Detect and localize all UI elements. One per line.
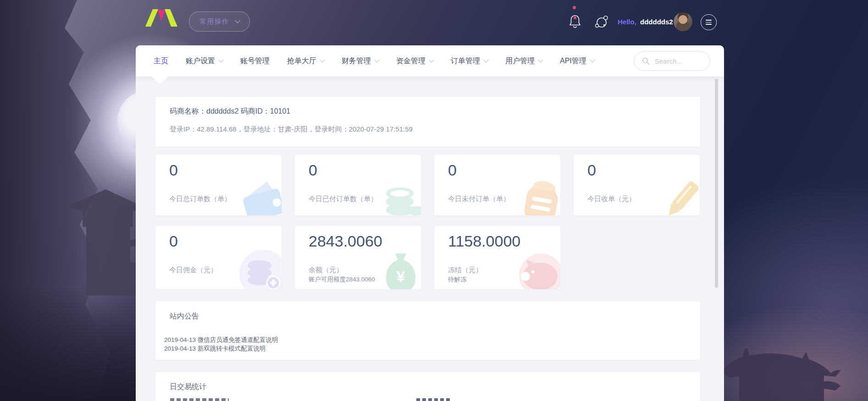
stat-value: 2843.0060 — [309, 232, 382, 250]
ground-shadow — [0, 286, 138, 401]
user-avatar[interactable] — [674, 12, 692, 31]
stat-card-frozen: 1158.0000 冻结（元） 待解冻 — [434, 226, 560, 289]
wallet-icon — [239, 180, 282, 215]
stat-value: 0 — [448, 161, 457, 179]
stat-card-paid-orders: 0 今日已付订单数（单） — [295, 155, 421, 215]
moneybag-icon: ¥ — [377, 246, 421, 289]
stat-label: 今日未付订单（单） — [448, 195, 510, 203]
bell-icon[interactable] — [568, 14, 582, 28]
search-icon — [642, 57, 650, 65]
stat-value: 0 — [169, 232, 178, 250]
nav-item-funds[interactable]: 资金管理 — [396, 56, 433, 66]
search-box[interactable] — [634, 51, 710, 71]
nav-item-orders[interactable]: 订单管理 — [451, 56, 488, 66]
pagoda-silhouette-right — [721, 343, 845, 401]
stat-label: 今日已付订单数（单） — [309, 195, 377, 203]
chevron-down-icon — [483, 57, 488, 62]
coins-icon — [379, 178, 421, 215]
pagoda-silhouette-left — [69, 172, 147, 296]
chevron-down-icon — [538, 57, 543, 62]
nav-item-home[interactable]: 主页 — [154, 56, 168, 66]
stat-label: 今日总订单数（单） — [169, 195, 231, 203]
nav-item-users[interactable]: 用户管理 — [505, 56, 542, 66]
chevron-down-icon — [235, 18, 240, 23]
stat-value: 0 — [309, 161, 317, 179]
chevron-down-icon — [429, 57, 434, 62]
announcement-list: 2019-04-13 微信店员通免签通道配置说明 2019-04-13 新双跳转… — [164, 335, 278, 353]
scrollbar-thumb[interactable] — [715, 79, 718, 288]
stat-label: 冻结（元） — [448, 266, 482, 275]
clipped-text-fragment — [170, 398, 229, 401]
daily-stats-card: 日交易统计 — [155, 372, 700, 401]
search-input[interactable] — [654, 57, 702, 66]
stat-card-total-orders: 0 今日总订单数（单） — [155, 155, 282, 215]
stat-card-received-amount: 0 今日收单（元） — [574, 155, 700, 215]
stat-card-commission: 0 今日佣金（元） — [155, 226, 282, 289]
user-greeting[interactable]: Hello, dddddds2 — [618, 18, 673, 26]
announcement-item[interactable]: 2019-04-13 新双跳转卡模式配置说明 — [164, 344, 278, 353]
piggy-bank-icon — [514, 250, 560, 289]
clipped-text-fragment — [416, 398, 452, 401]
stat-value: 1158.0000 — [448, 232, 520, 250]
pen-icon — [658, 176, 700, 215]
nav-item-account-settings[interactable]: 账户设置 — [186, 56, 223, 66]
stat-value: 0 — [169, 161, 178, 179]
nav-items: 主页 账户设置 账号管理 抢单大厅 财务管理 资金管理 订单管理 用户管理 AP… — [136, 56, 612, 66]
quick-actions-button[interactable]: 常用操作 — [189, 11, 250, 32]
chevron-down-icon — [374, 57, 379, 62]
purse-icon — [518, 176, 560, 215]
stat-card-balance: 2843.0060 余额（元） 账户可用额度2843.0060 ¥ — [295, 226, 421, 289]
svg-text:¥: ¥ — [397, 268, 405, 285]
chevron-down-icon — [218, 57, 223, 62]
stat-sublabel: 账户可用额度2843.0060 — [309, 275, 375, 284]
notification-dot — [573, 6, 576, 9]
merchant-identity: 码商名称：dddddds2 码商ID：10101 — [170, 107, 290, 116]
announcement-item[interactable]: 2019-04-13 微信店员通免签通道配置说明 — [164, 335, 278, 344]
stat-value: 0 — [587, 161, 596, 179]
stat-sublabel: 待解冻 — [448, 275, 467, 284]
daily-stats-title: 日交易统计 — [170, 382, 206, 392]
announcements-card: 站内公告 2019-04-13 微信店员通免签通道配置说明 2019-04-13… — [155, 302, 700, 360]
stat-card-unpaid-orders: 0 今日未付订单（单） — [434, 155, 560, 215]
menu-circle-icon[interactable] — [701, 14, 717, 30]
nav-item-order-grab-hall[interactable]: 抢单大厅 — [287, 56, 324, 66]
nav-item-api[interactable]: API管理 — [560, 56, 594, 66]
quick-actions-label: 常用操作 — [200, 17, 229, 26]
username: dddddds2 — [640, 18, 673, 26]
coins-plus-icon — [237, 247, 282, 289]
main-panel: 主页 账户设置 账号管理 抢单大厅 财务管理 资金管理 订单管理 用户管理 AP… — [136, 45, 724, 401]
nav-item-finance[interactable]: 财务管理 — [342, 56, 379, 66]
chevron-down-icon — [320, 57, 325, 62]
navbar: 主页 账户设置 账号管理 抢单大厅 财务管理 资金管理 订单管理 用户管理 AP… — [136, 45, 724, 77]
share-network-icon[interactable] — [594, 15, 609, 29]
login-info: 登录IP：42.89.114.68，登录地址：甘肃-庆阳，登录时间：2020-0… — [170, 125, 413, 134]
stat-label: 今日收单（元） — [587, 195, 636, 203]
announcements-title: 站内公告 — [170, 312, 199, 321]
merchant-info-card: 码商名称：dddddds2 码商ID：10101 登录IP：42.89.114.… — [155, 97, 700, 147]
nav-item-account-management[interactable]: 账号管理 — [240, 56, 270, 66]
greeting-prefix: Hello, — [618, 18, 636, 26]
stat-label: 今日佣金（元） — [169, 266, 217, 275]
stat-label: 余额（元） — [309, 266, 343, 275]
chevron-down-icon — [590, 57, 595, 62]
brand-logo[interactable] — [144, 9, 178, 27]
dashboard-content: 码商名称：dddddds2 码商ID：10101 登录IP：42.89.114.… — [136, 77, 724, 401]
